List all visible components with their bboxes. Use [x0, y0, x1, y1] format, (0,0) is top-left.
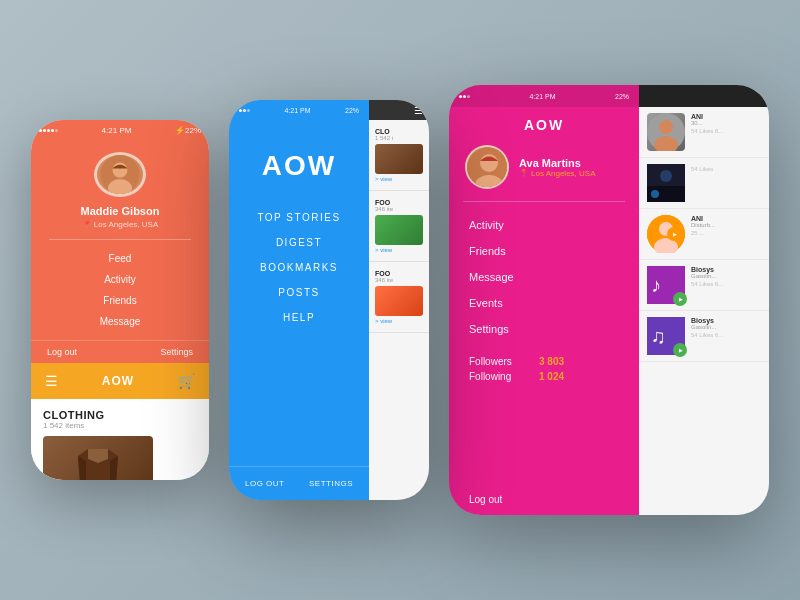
svg-text:♫: ♫	[651, 325, 666, 347]
feed-text-5: Biosys Gasolin... 54 Likes 6...	[691, 317, 761, 338]
followers-row: Followers 3 803	[469, 356, 619, 367]
status-time-1: 4:21 PM	[102, 126, 132, 135]
logout-2[interactable]: LOG OUT	[245, 479, 285, 488]
nav-message-1[interactable]: Message	[31, 311, 209, 332]
following-value: 1 024	[539, 371, 564, 382]
logout-3[interactable]: Log out	[449, 484, 639, 515]
battery-icon-1: ⚡22%	[175, 126, 201, 135]
divider-3	[463, 201, 625, 202]
feed-thumb-3-wrap	[647, 215, 685, 253]
feed-text-2: 54 Likes	[691, 164, 761, 172]
feed-thumb-1	[647, 113, 685, 151]
content-area-1: CLOTHING 1 542 items > view products	[31, 399, 209, 480]
bottom-bar-1: ☰ AOW 🛒	[31, 363, 209, 399]
thumb-food2	[375, 286, 423, 316]
hamburger-icon-2[interactable]: ☰	[414, 105, 423, 116]
feed-item-2: 54 Likes	[639, 158, 769, 209]
nav-message-3[interactable]: Message	[449, 264, 639, 290]
feed-text-3: ANI Disturb... 25 ...	[691, 215, 761, 236]
nav-friends-3[interactable]: Friends	[449, 238, 639, 264]
sidebar-footer-1: Log out Settings	[31, 340, 209, 363]
avatar-1	[94, 152, 146, 197]
status-bar-1: 4:21 PM ⚡22%	[31, 120, 209, 140]
phone-orange-sidebar: 4:21 PM ⚡22% Maddie Gibson 📍 Los Angeles…	[31, 120, 209, 480]
status-bar-right-2: ☰	[369, 100, 429, 120]
signal-2	[239, 109, 250, 112]
logout-1[interactable]: Log out	[47, 347, 77, 357]
menu-bookmarks[interactable]: BOOKMARKS	[260, 262, 338, 273]
svg-point-12	[651, 190, 659, 198]
followers-label: Followers	[469, 356, 539, 367]
location-icon-1: 📍	[82, 220, 92, 229]
signal-3	[459, 95, 470, 98]
feed-text-1: ANI 30... 54 Likes 6...	[691, 113, 761, 134]
feed-item-1: ANI 30... 54 Likes 6...	[639, 107, 769, 158]
nav-friends-1[interactable]: Friends	[31, 290, 209, 311]
menu-digest[interactable]: DIGEST	[276, 237, 322, 248]
feed-thumb-2	[647, 164, 685, 202]
menu-bottom-links: LOG OUT SETTINGS	[229, 466, 369, 500]
play-button-4[interactable]: ▶	[673, 292, 687, 306]
product-image-1	[43, 436, 153, 480]
feed-thumb-4-wrap: ♪ ▶	[647, 266, 685, 304]
app-title-1: AOW	[102, 374, 134, 388]
phone-pink-sidebar: 4:21 PM 22% AOW Ava Martins 📍	[449, 85, 769, 515]
user-section-3: Ava Martins 📍 Los Angeles, USA	[449, 145, 639, 201]
thumb-food1	[375, 215, 423, 245]
nav-settings-3[interactable]: Settings	[449, 316, 639, 342]
feed-item-5: ♫ ▶ Biosys Gasolin... 54 Likes 6...	[639, 311, 769, 362]
category-count-1: 1 542 items	[43, 421, 197, 430]
menu-posts[interactable]: POSTS	[278, 287, 319, 298]
nav-activity-3[interactable]: Activity	[449, 212, 639, 238]
divider-1	[49, 239, 191, 240]
user-location-3: 📍 Los Angeles, USA	[519, 169, 595, 178]
battery-2: 22%	[345, 107, 359, 114]
thumb-clothing	[375, 144, 423, 174]
nav-feed-1[interactable]: Feed	[31, 248, 209, 269]
user-location-1: 📍 Los Angeles, USA	[82, 220, 158, 229]
location-icon-3: 📍	[519, 169, 529, 178]
menu-help[interactable]: HELP	[283, 312, 315, 323]
avatar-3	[465, 145, 509, 189]
feed-item-4: ♪ ▶ Biosys Gasolin... 54 Likes 6...	[639, 260, 769, 311]
nav-events-3[interactable]: Events	[449, 290, 639, 316]
sidebar-1: Maddie Gibson 📍 Los Angeles, USA Feed Ac…	[31, 140, 209, 340]
phone-blue-menu: 4:21 PM 22% AOW TOP STORIES DIGEST BOOKM…	[229, 100, 429, 500]
settings-1[interactable]: Settings	[160, 347, 193, 357]
status-bar-3: 4:21 PM 22%	[449, 85, 639, 107]
svg-point-7	[659, 120, 673, 134]
content-item-food1: FOO 346 ite > view	[369, 191, 429, 262]
status-time-3: 4:21 PM	[529, 93, 555, 100]
svg-text:♪: ♪	[651, 274, 661, 296]
feed-item-3: ANI Disturb... 25 ...	[639, 209, 769, 260]
content-item-clothing: CLO 1 542 i > view	[369, 120, 429, 191]
following-label: Following	[469, 371, 539, 382]
pink-sidebar-panel: 4:21 PM 22% AOW Ava Martins 📍	[449, 85, 639, 515]
menu-items-2: TOP STORIES DIGEST BOOKMARKS POSTS HELP	[229, 212, 369, 466]
user-name-3: Ava Martins	[519, 157, 595, 169]
app-logo-2: AOW	[229, 120, 369, 212]
content-item-food2: FOO 346 ite > view	[369, 262, 429, 333]
user-info-3: Ava Martins 📍 Los Angeles, USA	[519, 157, 595, 178]
signal-indicator	[39, 129, 58, 132]
nav-activity-1[interactable]: Activity	[31, 269, 209, 290]
app-title-3: AOW	[449, 107, 639, 145]
menu-top-stories[interactable]: TOP STORIES	[257, 212, 340, 223]
blue-menu-panel: 4:21 PM 22% AOW TOP STORIES DIGEST BOOKM…	[229, 100, 369, 500]
play-button-5[interactable]: ▶	[673, 343, 687, 357]
user-name-1: Maddie Gibson	[81, 205, 160, 217]
followers-value: 3 803	[539, 356, 564, 367]
feed-text-4: Biosys Gasolin... 54 Likes 6...	[691, 266, 761, 287]
hamburger-icon-1[interactable]: ☰	[45, 373, 58, 389]
status-bar-2: 4:21 PM 22%	[229, 100, 369, 120]
content-strip-2: ☰ CLO 1 542 i > view FOO 346 ite > view …	[369, 100, 429, 500]
feed-thumb-5-wrap: ♫ ▶	[647, 317, 685, 355]
svg-point-10	[660, 170, 672, 182]
cart-icon-1[interactable]: 🛒	[178, 373, 195, 389]
play-button-3[interactable]	[667, 227, 681, 241]
stats-section-3: Followers 3 803 Following 1 024	[449, 342, 639, 394]
settings-2[interactable]: SETTINGS	[309, 479, 353, 488]
category-title-1: CLOTHING	[43, 409, 197, 421]
status-bar-feed	[639, 85, 769, 107]
status-time-2: 4:21 PM	[284, 107, 310, 114]
